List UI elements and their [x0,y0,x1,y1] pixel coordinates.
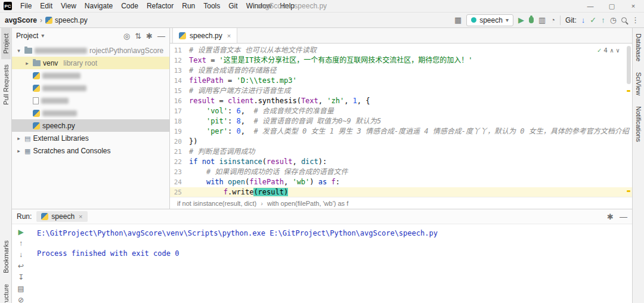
run-configuration-select[interactable]: speech ▾ [466,14,513,26]
tool-stripe-tab-project[interactable]: Project [1,28,11,59]
tree-item[interactable]: ▸venvlibrary root [12,57,169,69]
console-output[interactable]: E:\GitProject\Python\avgScore\venv\Scrip… [30,224,632,303]
tree-item[interactable] [12,69,169,82]
coverage-button[interactable]: ▥ [538,16,546,24]
tree-item[interactable]: ▾roject\Python\avgScore [12,44,169,57]
git-update-button[interactable]: ↓ [581,16,586,24]
code-line[interactable]: 15# 调用客户端方法进行语音生成 [170,86,632,96]
inspections-widget[interactable]: ✓ 4 ∧ ∨ [596,46,621,55]
git-push-button[interactable]: ↑ [601,16,605,24]
run-button[interactable]: ▶ [518,16,524,24]
run-tab-close-icon[interactable]: × [79,213,82,220]
layout-widget-icon[interactable]: ▦ [454,16,462,24]
tool-stripe-tab-bookmarks[interactable]: Bookmarks [1,235,11,279]
project-panel-actions: ◎ ⇅ ✱ — [123,32,165,40]
settings-icon[interactable]: ✱ [146,32,153,40]
warning-stripe-mark[interactable] [627,90,630,92]
menu-item-refactor[interactable]: Refactor [143,1,178,11]
hide-panel-icon[interactable]: — [620,213,627,221]
tree-item[interactable]: ▸External Libraries [12,132,169,144]
tree-item[interactable] [12,94,169,107]
code-line[interactable]: 23 # 如果调用的成功的话 保存合成的语音文件 [170,167,632,177]
file-icon [33,97,39,104]
python-file-icon [45,17,52,24]
warning-stripe-mark[interactable] [627,190,630,192]
code-line[interactable]: 14filePath = 'D:\\test.mp3' [170,76,632,86]
code-token: result [189,97,215,105]
breadcrumb-item[interactable]: with open(filePath, 'wb') as f [267,200,348,207]
code-line[interactable]: 11# 设置语音文本 也可以从本地文件读取 [170,45,632,55]
code-line[interactable]: 16result = client.synthesis(Text, 'zh', … [170,96,632,106]
code-line[interactable]: 22if not isinstance(result, dict): [170,157,632,167]
code-line[interactable]: 18 'pit': 8, # 设置语音的音调 取值为0~9 默认为5 [170,116,632,126]
editor-scrollbar[interactable] [627,46,631,84]
next-problem-icon[interactable]: ∨ [616,48,620,54]
scroll-to-end-icon[interactable]: ↧ [18,274,24,281]
code-line[interactable]: 19 'per': 0, # 发音人类型 0 女生 1 男生 3 情感合成-度逍… [170,126,632,137]
breadcrumb-file[interactable]: speech.py [45,16,88,24]
chevron-down-icon[interactable]: ▾ [16,48,22,54]
code-line[interactable]: 12Text = '这里是IT技术分享社区，一个有态度的互联网技术交流社区，期待… [170,55,632,66]
menu-item-edit[interactable]: Edit [36,1,57,11]
line-number: 11 [170,45,189,55]
chevron-right-icon[interactable]: ▸ [16,135,22,141]
chevron-right-icon[interactable]: ▸ [16,148,22,154]
tree-item[interactable]: ▸Scratches and Consoles [12,144,169,157]
menu-item-run[interactable]: Run [178,1,199,11]
hide-panel-icon[interactable]: — [157,32,165,40]
tool-stripe-tab-notifications[interactable]: Notifications [634,101,643,147]
menu-item-tools[interactable]: Tools [199,1,224,11]
minimize-button[interactable]: — [580,0,601,12]
code-line[interactable]: 17 'vol': 6, # 合成音频文件的准音量 [170,106,632,116]
down-stack-icon[interactable]: ↓ [19,251,23,258]
tab-close-icon[interactable]: × [227,32,231,39]
code-line[interactable]: 24 with open(filePath, 'wb') as f: [170,177,632,187]
tool-stripe-tab-structure[interactable]: Structure [1,279,11,303]
menu-item-view[interactable]: View [57,1,80,11]
editor-code[interactable]: ✓ 4 ∧ ∨ 11# 设置语音文本 也可以从本地文件读取12Text = '这… [170,44,632,197]
chevron-down-icon[interactable]: ▾ [41,33,44,39]
code-token: Text [301,97,318,105]
code-token: = [224,76,237,85]
maximize-button[interactable]: ▢ [601,0,623,12]
settings-icon[interactable]: ✱ [607,213,614,221]
search-icon[interactable] [621,17,627,23]
tree-item[interactable] [12,107,169,119]
editor-tab-speech[interactable]: speech.py × [172,28,237,43]
project-panel-title[interactable]: Project [16,32,38,40]
code-line[interactable]: 21# 判断是否调用成功 [170,147,632,157]
window-controls: — ▢ × [580,0,644,12]
tree-item[interactable]: speech.py [12,119,169,132]
code-line[interactable]: 13# 设置合成语音的存储路径 [170,66,632,76]
close-button[interactable]: × [623,0,644,12]
rerun-button[interactable]: ▶ [18,228,23,236]
debug-button[interactable] [529,17,534,23]
menu-item-git[interactable]: Git [224,1,242,11]
git-commit-button[interactable]: ✓ [590,16,596,24]
clear-all-icon[interactable]: ⊘ [18,296,24,303]
tool-stripe-tab-sciview[interactable]: SciView [634,67,643,101]
run-tab-speech[interactable]: speech × [36,211,87,222]
code-line[interactable]: 20}) [170,137,632,147]
soft-wrap-icon[interactable]: ↩ [18,262,24,270]
menu-item-navigate[interactable]: Navigate [80,1,117,11]
code-line[interactable]: 25 f.write(result) [170,187,632,197]
tool-stripe-tab-pull-requests[interactable]: Pull Requests [1,59,11,110]
chevron-right-icon[interactable]: ▸ [24,60,30,66]
code-token: 'D:\\test.mp3' [236,76,296,85]
tool-stripe-tab-database[interactable]: Database [634,28,643,67]
tree-item[interactable] [12,82,169,94]
up-stack-icon[interactable]: ↑ [19,240,23,247]
code-token [189,188,224,196]
menu-item-file[interactable]: File [16,1,36,11]
breadcrumb-item[interactable]: if not isinstance(result, dict) [177,200,256,207]
prev-problem-icon[interactable]: ∧ [610,48,614,54]
menu-item-code[interactable]: Code [117,1,143,11]
profiler-button[interactable]: ◔ [550,16,555,24]
expand-collapse-icon[interactable]: ⇅ [135,32,141,40]
select-opened-file-icon[interactable]: ◎ [123,32,130,40]
history-button[interactable]: ◷ [610,16,617,24]
print-icon[interactable]: ▤ [17,285,24,292]
breadcrumb-project[interactable]: avgScore [5,16,37,24]
more-options-icon[interactable]: ⋮ [631,16,639,24]
